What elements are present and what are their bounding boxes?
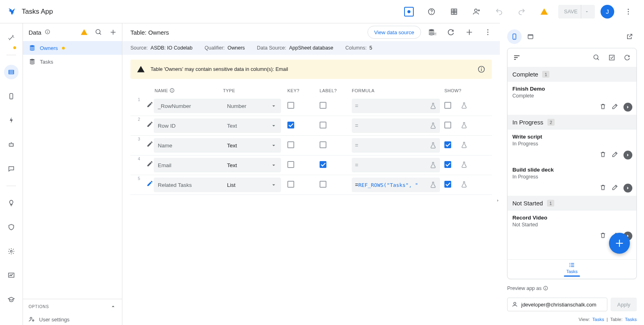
column-type-select[interactable]: Text — [223, 158, 281, 172]
key-checkbox[interactable] — [287, 161, 294, 168]
user-settings-item[interactable]: User settings — [23, 314, 122, 325]
view-data-source-button[interactable]: View data source — [367, 26, 421, 39]
preview-tablet-icon[interactable] — [523, 29, 538, 44]
show-checkbox[interactable] — [444, 141, 451, 148]
flask-icon[interactable] — [429, 161, 437, 169]
flask-icon[interactable] — [429, 122, 437, 129]
preview-box-icon[interactable] — [400, 3, 417, 20]
avatar[interactable]: J — [601, 5, 614, 19]
column-name-input[interactable] — [154, 118, 226, 133]
trash-icon[interactable] — [599, 103, 607, 110]
trash-icon[interactable] — [599, 232, 607, 239]
rail-magic-icon[interactable] — [4, 31, 19, 45]
trash-icon[interactable] — [599, 151, 607, 158]
edit-row-icon[interactable] — [144, 158, 155, 169]
rail-bots-icon[interactable] — [4, 137, 19, 152]
open-icon[interactable] — [623, 151, 632, 159]
rail-security-icon[interactable] — [4, 220, 19, 234]
panel-search-icon[interactable] — [93, 27, 104, 38]
table-item-owners[interactable]: Owners — [23, 41, 122, 55]
formula-input[interactable]: = REF_ROWS("Tasks", " — [352, 178, 440, 192]
flask-icon[interactable] — [429, 142, 437, 149]
preview-user-select[interactable]: jdeveloper@christianschalk.com — [507, 298, 607, 311]
key-checkbox[interactable] — [287, 141, 294, 148]
versions-icon[interactable] — [446, 3, 462, 20]
show-checkbox[interactable] — [444, 181, 451, 188]
rail-intelligence-icon[interactable] — [4, 196, 19, 210]
flask-icon[interactable] — [429, 181, 437, 188]
save-button[interactable]: SAVE — [558, 5, 595, 19]
column-name-input[interactable] — [154, 99, 226, 113]
formula-input[interactable]: = — [352, 138, 440, 153]
phone-select-icon[interactable] — [607, 53, 616, 62]
refresh-icon[interactable] — [444, 25, 458, 39]
regenerate-icon[interactable] — [425, 25, 440, 39]
open-icon[interactable] — [623, 103, 632, 112]
warning-icon[interactable] — [536, 3, 553, 20]
flask-icon[interactable] — [460, 141, 468, 149]
column-name-input[interactable] — [154, 158, 226, 172]
open-icon[interactable] — [623, 184, 632, 193]
share-icon[interactable] — [468, 3, 485, 20]
flask-icon[interactable] — [460, 122, 468, 129]
redo-icon[interactable] — [513, 3, 530, 20]
rail-actions-icon[interactable] — [4, 113, 19, 128]
key-checkbox[interactable] — [287, 122, 294, 128]
add-column-icon[interactable] — [462, 25, 477, 39]
rail-learn-icon[interactable] — [4, 292, 19, 307]
edit-icon[interactable] — [611, 184, 619, 191]
flask-icon[interactable] — [460, 181, 468, 188]
phone-list-item[interactable]: Build slide deckIn Progress — [508, 163, 636, 196]
flask-icon[interactable] — [429, 102, 437, 110]
phone-search-icon[interactable] — [592, 53, 601, 62]
flask-icon[interactable] — [460, 161, 468, 168]
rail-views-icon[interactable] — [4, 89, 19, 104]
phone-tab-tasks[interactable]: Tasks — [508, 259, 636, 279]
show-checkbox[interactable] — [444, 122, 451, 128]
preview-phone-icon[interactable] — [507, 29, 522, 44]
label-checkbox[interactable] — [320, 122, 326, 128]
column-type-select[interactable]: List — [223, 178, 281, 192]
rail-data-icon[interactable] — [4, 65, 19, 79]
undo-icon[interactable] — [491, 3, 508, 20]
help-icon[interactable] — [423, 3, 440, 20]
edit-icon[interactable] — [611, 151, 619, 158]
label-checkbox[interactable] — [320, 102, 326, 109]
phone-refresh-icon[interactable] — [623, 53, 632, 62]
column-type-select[interactable]: Text — [223, 118, 281, 133]
overflow-menu-icon[interactable] — [620, 3, 637, 20]
column-type-select[interactable]: Number — [223, 99, 281, 113]
editor-overflow-icon[interactable] — [481, 25, 495, 39]
edit-icon[interactable] — [611, 103, 619, 110]
preview-open-icon[interactable] — [622, 29, 637, 44]
rail-chat-icon[interactable] — [4, 161, 19, 176]
column-type-select[interactable]: Text — [223, 138, 281, 153]
table-item-tasks[interactable]: Tasks — [23, 55, 122, 68]
flask-icon[interactable] — [460, 102, 468, 109]
label-checkbox[interactable] — [320, 141, 326, 148]
formula-input[interactable]: = — [352, 158, 440, 172]
phone-sort-icon[interactable] — [512, 53, 521, 62]
edit-row-icon[interactable] — [144, 118, 155, 130]
panel-warning-icon[interactable] — [78, 27, 90, 38]
formula-input[interactable]: = — [352, 118, 440, 133]
key-checkbox[interactable] — [287, 181, 294, 188]
phone-list-item[interactable]: Write scriptIn Progress — [508, 130, 636, 163]
trash-icon[interactable] — [599, 184, 607, 191]
label-checkbox[interactable] — [320, 181, 326, 188]
edit-row-icon[interactable] — [144, 99, 155, 110]
info-icon[interactable] — [45, 29, 51, 35]
key-checkbox[interactable] — [287, 102, 294, 109]
show-checkbox[interactable] — [444, 102, 451, 109]
formula-input[interactable]: = — [352, 99, 440, 113]
options-header[interactable]: OPTIONS — [23, 299, 122, 314]
label-checkbox[interactable] — [320, 161, 326, 168]
phone-list-item[interactable]: Finish DemoComplete — [508, 82, 636, 115]
fab-add-button[interactable] — [609, 233, 630, 254]
collapse-preview-handle[interactable] — [495, 197, 500, 206]
show-checkbox[interactable] — [444, 161, 451, 168]
column-name-input[interactable] — [154, 178, 226, 192]
apply-button[interactable]: Apply — [611, 298, 637, 311]
rail-manage-icon[interactable] — [4, 268, 19, 283]
panel-add-icon[interactable] — [107, 27, 119, 38]
